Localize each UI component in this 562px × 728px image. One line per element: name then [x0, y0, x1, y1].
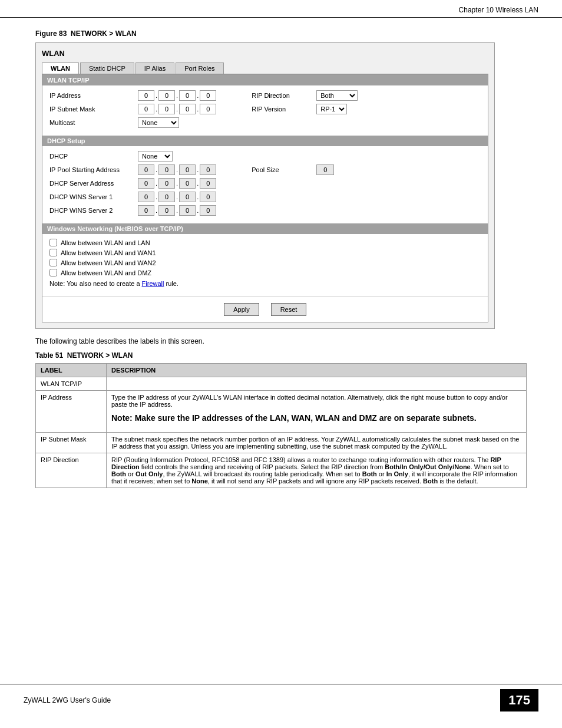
row-desc-subnet: The subnet mask specifies the network nu…	[107, 432, 527, 453]
dhcp-server-octet-3[interactable]	[179, 178, 196, 189]
reset-button[interactable]: Reset	[271, 303, 306, 316]
subnet-octet-1[interactable]	[138, 104, 154, 114]
wins1-octet-1[interactable]	[138, 192, 154, 202]
footer-left: ZyWALL 2WG User's Guide	[24, 696, 111, 704]
ip-pool-label: IP Pool Starting Address	[49, 166, 138, 173]
row-desc-wlan-tcp	[107, 377, 527, 391]
row-desc-ip-address: Type the IP address of your ZyWALL's WLA…	[107, 391, 527, 433]
pool-octet-2[interactable]	[158, 164, 175, 175]
col-description: DESCRIPTION	[107, 364, 527, 377]
following-text: The following table describes the labels…	[35, 337, 527, 345]
dhcp-server-row: DHCP Server Address . . .	[49, 178, 481, 189]
netbios-section-header: Windows Networking (NetBIOS over TCP/IP)	[42, 223, 488, 234]
wins1-label: DHCP WINS Server 1	[49, 193, 138, 200]
wins1-octet-4[interactable]	[200, 192, 216, 202]
ip-pool-row: IP Pool Starting Address . . . Pool Size	[49, 164, 481, 175]
dhcp-server-octet-1[interactable]	[138, 178, 154, 189]
apply-button[interactable]: Apply	[224, 303, 259, 316]
firewall-link[interactable]: Firewall	[142, 280, 164, 287]
ip-address-note: Note: Make sure the IP addresses of the …	[111, 413, 521, 424]
figure-label: Figure 83 NETWORK > WLAN	[35, 29, 527, 38]
tab-wlan[interactable]: WLAN	[42, 62, 79, 74]
checkbox-row-3: Allow between WLAN and WAN2	[49, 259, 481, 266]
wins2-input: . . .	[138, 205, 216, 216]
row-label-wlan-tcp: WLAN TCP/IP	[36, 377, 107, 391]
dhcp-select[interactable]: None Server Relay	[138, 151, 173, 162]
rip-direction-label: RIP Direction	[252, 92, 316, 99]
wins2-octet-1[interactable]	[138, 205, 154, 216]
checkbox-wlan-dmz[interactable]	[49, 269, 57, 276]
checkbox-row-4: Allow between WLAN and DMZ	[49, 269, 481, 276]
dhcp-server-octet-4[interactable]	[200, 178, 216, 189]
table-row: RIP Direction RIP (Routing Information P…	[36, 453, 527, 487]
col-label: LABEL	[36, 364, 107, 377]
ip-address-row: IP Address . . . RIP Direction Both In O…	[49, 90, 481, 101]
page-number: 175	[500, 689, 538, 711]
wins1-input: . . .	[138, 192, 216, 202]
table-label: Table 51 NETWORK > WLAN	[35, 351, 527, 360]
subnet-octet-3[interactable]	[179, 104, 196, 114]
checkbox-wlan-wan1[interactable]	[49, 249, 57, 256]
wins2-octet-2[interactable]	[158, 205, 175, 216]
ip-octet-4[interactable]	[200, 90, 216, 101]
wlan-tcp-section-header: WLAN TCP/IP	[42, 75, 488, 85]
dhcp-section-body: DHCP None Server Relay IP Pool Starting …	[42, 146, 488, 223]
rip-direction-select[interactable]: Both In Only Out Only None	[316, 90, 358, 101]
ip-octet-3[interactable]	[179, 90, 196, 101]
wins2-label: DHCP WINS Server 2	[49, 207, 138, 214]
multicast-label: Multicast	[49, 119, 138, 126]
ip-pool-input: . . .	[138, 164, 216, 175]
multicast-select[interactable]: None IGMP-v1 IGMP-v2	[138, 117, 179, 128]
pool-octet-1[interactable]	[138, 164, 154, 175]
table-row: IP Subnet Mask The subnet mask specifies…	[36, 432, 527, 453]
dhcp-server-label: DHCP Server Address	[49, 180, 138, 187]
pool-octet-4[interactable]	[200, 164, 216, 175]
tab-ip-alias[interactable]: IP Alias	[135, 62, 175, 74]
rip-version-select[interactable]: RP-1 RP-2	[316, 104, 347, 114]
checkbox-wlan-wan2[interactable]	[49, 259, 57, 266]
pool-size-label: Pool Size	[252, 166, 316, 173]
wins1-row: DHCP WINS Server 1 . . .	[49, 192, 481, 202]
pool-octet-3[interactable]	[179, 164, 196, 175]
tab-static-dhcp[interactable]: Static DHCP	[80, 62, 134, 74]
row-label-rip: RIP Direction	[36, 453, 107, 487]
button-row: Apply Reset	[42, 297, 488, 322]
page-footer: ZyWALL 2WG User's Guide 175	[0, 684, 562, 716]
subnet-octet-4[interactable]	[200, 104, 216, 114]
wins1-octet-3[interactable]	[179, 192, 196, 202]
ip-octet-2[interactable]	[158, 90, 175, 101]
checkbox-row-1: Allow between WLAN and LAN	[49, 239, 481, 246]
table-row: IP Address Type the IP address of your Z…	[36, 391, 527, 433]
subnet-octet-2[interactable]	[158, 104, 175, 114]
ip-subnet-label: IP Subnet Mask	[49, 106, 138, 113]
wins2-row: DHCP WINS Server 2 . . .	[49, 205, 481, 216]
rip-version-label: RIP Version	[252, 106, 316, 113]
ip-address-input: . . .	[138, 90, 216, 101]
ip-octet-1[interactable]	[138, 90, 154, 101]
ip-subnet-row: IP Subnet Mask . . . RIP Version RP-1 RP…	[49, 104, 481, 114]
chapter-title: Chapter 10 Wireless LAN	[459, 6, 538, 14]
panel-wrapper: WLAN TCP/IP IP Address . . . RIP Dire	[42, 74, 488, 322]
page-content: Figure 83 NETWORK > WLAN WLAN WLAN Stati…	[0, 18, 562, 500]
tab-port-roles[interactable]: Port Roles	[176, 62, 223, 74]
dhcp-section-header: DHCP Setup	[42, 136, 488, 146]
wlan-tcp-section-body: IP Address . . . RIP Direction Both In O…	[42, 85, 488, 136]
data-table: LABEL DESCRIPTION WLAN TCP/IP IP Address…	[35, 363, 527, 488]
wins1-octet-2[interactable]	[158, 192, 175, 202]
dhcp-server-input: . . .	[138, 178, 216, 189]
row-label-subnet: IP Subnet Mask	[36, 432, 107, 453]
checkbox-wlan-lan[interactable]	[49, 239, 57, 246]
pool-size-input[interactable]	[316, 164, 334, 175]
ip-subnet-input: . . .	[138, 104, 216, 114]
dhcp-server-octet-2[interactable]	[158, 178, 175, 189]
note-text: Note: You also need to create a Firewall…	[49, 280, 481, 287]
checkbox-row-2: Allow between WLAN and WAN1	[49, 249, 481, 256]
page-header: Chapter 10 Wireless LAN	[0, 0, 562, 18]
netbios-section-body: Allow between WLAN and LAN Allow between…	[42, 234, 488, 292]
table-header-row: LABEL DESCRIPTION	[36, 364, 527, 377]
wins2-octet-3[interactable]	[179, 205, 196, 216]
tab-bar: WLAN Static DHCP IP Alias Port Roles	[42, 62, 488, 74]
wins2-octet-4[interactable]	[200, 205, 216, 216]
row-label-ip-address: IP Address	[36, 391, 107, 433]
screenshot-title: WLAN	[42, 49, 488, 58]
